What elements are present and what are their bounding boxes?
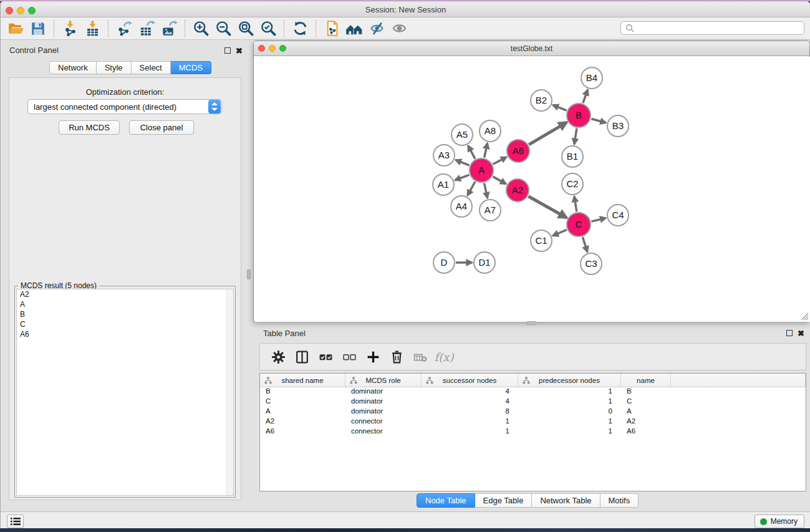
table-cell[interactable]: dominator — [345, 387, 422, 397]
column-visibility-button[interactable] — [290, 346, 314, 367]
table-tab-motifs[interactable]: Motifs — [600, 493, 639, 508]
column-header-shared-name[interactable]: shared name — [260, 374, 345, 387]
create-column-button[interactable] — [361, 346, 385, 367]
function-builder-button[interactable]: f(x) — [432, 346, 456, 367]
table-row[interactable]: Cdominator41C — [260, 397, 806, 407]
zoom-out-button[interactable] — [212, 19, 234, 38]
table-row[interactable]: A6connector11A6 — [260, 427, 806, 437]
table-panel-float-button[interactable] — [786, 330, 793, 336]
open-session-button[interactable] — [4, 19, 27, 38]
table-cell[interactable]: A2 — [260, 417, 345, 427]
column-header-name[interactable]: name — [621, 374, 671, 387]
table-cell[interactable]: 4 — [422, 387, 518, 397]
criterion-select[interactable]: largest connected component (directed) — [27, 99, 222, 114]
table-cell[interactable]: connector — [345, 417, 422, 427]
table-cell[interactable]: 0 — [518, 407, 621, 417]
zoom-in-button[interactable] — [190, 19, 212, 38]
tab-style[interactable]: Style — [97, 61, 132, 74]
table-cell[interactable]: 1 — [518, 417, 621, 427]
edge-A-A1[interactable] — [455, 175, 470, 180]
table-cell[interactable]: 1 — [518, 397, 621, 407]
edge-C-C4[interactable] — [591, 218, 605, 222]
mcds-result-scrollbar[interactable] — [226, 289, 233, 495]
table-cell[interactable]: 8 — [422, 407, 518, 417]
save-session-button[interactable] — [27, 19, 49, 38]
table-row[interactable]: A2connector11A2 — [260, 417, 806, 427]
resize-grip-icon[interactable] — [801, 312, 809, 321]
network-canvas[interactable]: ABCA2A6A1A3A4A5A7A8B1B2B3B4C1C2C3C4DD1 — [254, 57, 810, 322]
table-cell[interactable]: A6 — [621, 427, 671, 437]
edge-C-C1[interactable] — [552, 230, 566, 236]
edge-A6-B[interactable] — [529, 122, 567, 145]
memory-button[interactable]: Memory — [755, 515, 804, 528]
table-row[interactable]: Bdominator41B — [260, 387, 806, 397]
mcds-result-item[interactable]: B — [17, 309, 233, 319]
horizontal-splitter-handle[interactable] — [526, 321, 536, 325]
new-network-from-selection-button[interactable] — [321, 19, 343, 38]
table-tab-edge-table[interactable]: Edge Table — [475, 493, 533, 508]
tab-select[interactable]: Select — [132, 61, 171, 74]
table-cell[interactable]: dominator — [345, 397, 422, 407]
table-cell[interactable]: 4 — [422, 397, 518, 407]
table-tab-node-table[interactable]: Node Table — [417, 493, 475, 508]
edge-C-C3[interactable] — [582, 237, 587, 252]
column-header-successor-nodes[interactable]: successor nodes — [422, 374, 518, 387]
table-cell[interactable]: B — [260, 387, 345, 397]
mcds-result-item[interactable]: A — [17, 299, 233, 309]
mcds-result-item[interactable]: A2 — [17, 289, 233, 299]
edge-B-B1[interactable] — [574, 128, 577, 144]
table-cell[interactable]: C — [260, 397, 345, 407]
edge-A-A5[interactable] — [468, 146, 475, 159]
import-table-button[interactable] — [81, 19, 104, 38]
edge-A2-C[interactable] — [528, 196, 566, 218]
tab-mcds[interactable]: MCDS — [171, 61, 211, 74]
table-settings-button[interactable] — [266, 346, 290, 367]
export-image-button[interactable] — [158, 19, 180, 38]
select-all-rows-button[interactable] — [314, 346, 337, 367]
table-cell[interactable]: C — [621, 397, 671, 407]
table-cell[interactable]: A — [260, 407, 345, 417]
show-all-button[interactable] — [388, 19, 410, 38]
delete-column-button[interactable] — [385, 346, 408, 367]
edge-A-A8[interactable] — [485, 143, 488, 158]
edge-A-A3[interactable] — [456, 160, 470, 165]
run-mcds-button[interactable]: Run MCDS — [59, 120, 120, 135]
edge-A-A4[interactable] — [468, 181, 475, 195]
edge-B-B3[interactable] — [591, 119, 605, 123]
tab-network[interactable]: Network — [49, 61, 97, 74]
refresh-view-button[interactable] — [289, 19, 311, 38]
control-panel-close-button[interactable]: ✖ — [236, 47, 243, 54]
table-cell[interactable]: connector — [345, 427, 422, 437]
import-network-button[interactable] — [59, 19, 81, 38]
table-tab-network-table[interactable]: Network Table — [532, 493, 600, 508]
table-panel-close-button[interactable]: ✖ — [798, 330, 804, 337]
delete-table-button[interactable] — [408, 346, 432, 367]
control-panel-float-button[interactable] — [224, 47, 231, 54]
table-cell[interactable]: dominator — [345, 407, 422, 417]
close-panel-button[interactable]: Close panel — [129, 120, 194, 135]
table-row[interactable]: Adominator80A — [260, 407, 806, 417]
first-neighbors-button[interactable] — [343, 19, 365, 38]
edge-B-B2[interactable] — [553, 105, 567, 110]
hide-selected-button[interactable] — [365, 19, 388, 38]
column-header-predecessor-nodes[interactable]: predecessor nodes — [518, 374, 621, 387]
export-network-button[interactable] — [113, 19, 135, 38]
table-cell[interactable]: 1 — [518, 427, 621, 437]
table-cell[interactable]: 1 — [422, 417, 518, 427]
edge-A-A2[interactable] — [493, 177, 506, 184]
table-cell[interactable]: 1 — [422, 427, 518, 437]
edge-A-A7[interactable] — [485, 183, 488, 198]
deselect-all-rows-button[interactable] — [337, 346, 361, 367]
column-header-mcds-role[interactable]: MCDS role — [345, 374, 422, 387]
mcds-result-item[interactable]: A6 — [17, 329, 233, 339]
table-cell[interactable]: 1 — [518, 387, 621, 397]
table-cell[interactable]: A6 — [260, 427, 345, 437]
edge-B-B4[interactable] — [583, 90, 588, 103]
export-table-button[interactable] — [135, 19, 158, 38]
edge-C-C2[interactable] — [574, 196, 577, 211]
search-input[interactable] — [637, 22, 804, 34]
mcds-result-item[interactable]: C — [17, 319, 233, 329]
task-history-button[interactable] — [7, 515, 24, 528]
table-cell[interactable]: A2 — [621, 417, 671, 427]
zoom-fit-button[interactable] — [234, 19, 257, 38]
